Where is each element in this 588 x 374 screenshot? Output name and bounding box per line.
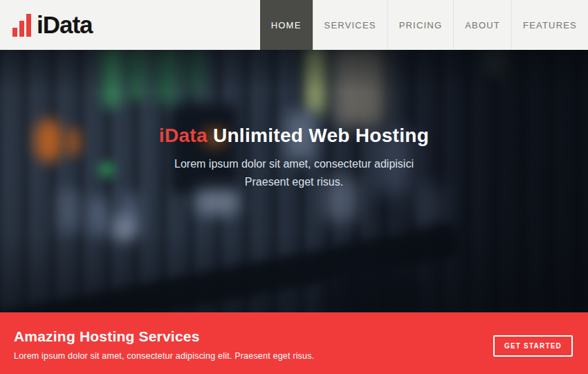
cta-text: Lorem ipsum dolor sit amet, consectetur … <box>14 351 314 361</box>
nav-item-home[interactable]: HOME <box>260 0 313 50</box>
hero-title-highlight: iData <box>159 125 208 146</box>
hero-title: iData Unlimited Web Hosting <box>0 125 588 147</box>
get-started-button[interactable]: GET STARTED <box>493 335 573 357</box>
nav-item-services[interactable]: SERVICES <box>313 0 387 50</box>
nav-item-features[interactable]: FEATURES <box>511 0 588 50</box>
cta-band: Amazing Hosting Services Lorem ipsum dol… <box>0 312 588 374</box>
brand-name: iData <box>37 11 93 39</box>
hero-subtitle-line2: Praesent eget risus. <box>0 173 588 191</box>
nav-item-about[interactable]: ABOUT <box>453 0 511 50</box>
nav-item-pricing[interactable]: PRICING <box>387 0 454 50</box>
hero-subtitle-line1: Lorem ipsum dolor sit amet, consectetur … <box>0 155 588 173</box>
bar-chart-icon <box>12 14 31 37</box>
hero-title-rest: Unlimited Web Hosting <box>208 125 429 146</box>
hero-content: iData Unlimited Web Hosting Lorem ipsum … <box>0 50 588 191</box>
hero-subtitle: Lorem ipsum dolor sit amet, consectetur … <box>0 155 588 191</box>
brand-logo[interactable]: iData <box>0 0 93 50</box>
hero-section: iData Unlimited Web Hosting Lorem ipsum … <box>0 50 588 312</box>
main-nav: HOME SERVICES PRICING ABOUT FEATURES <box>260 0 588 50</box>
site-header: iData HOME SERVICES PRICING ABOUT FEATUR… <box>0 0 588 50</box>
cta-heading: Amazing Hosting Services <box>14 328 200 345</box>
